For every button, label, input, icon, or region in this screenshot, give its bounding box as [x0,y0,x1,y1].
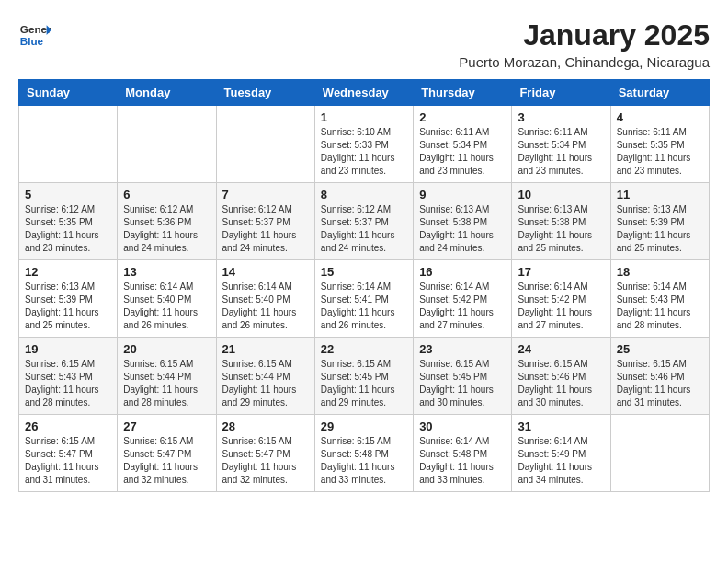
day-number: 17 [518,265,604,279]
day-number: 28 [222,419,309,433]
weekday-header-friday: Friday [512,80,610,106]
day-info: Sunrise: 6:15 AM Sunset: 5:44 PM Dayligh… [222,358,309,409]
day-number: 27 [123,419,210,433]
day-info: Sunrise: 6:15 AM Sunset: 5:45 PM Dayligh… [419,358,506,409]
day-number: 16 [419,265,506,279]
svg-text:Blue: Blue [20,35,44,47]
day-info: Sunrise: 6:14 AM Sunset: 5:42 PM Dayligh… [518,281,604,332]
empty-cell [19,106,118,183]
calendar-day-17: 17Sunrise: 6:14 AM Sunset: 5:42 PM Dayli… [512,260,610,338]
day-number: 4 [617,110,703,124]
weekday-header-thursday: Thursday [414,80,512,106]
day-number: 23 [419,342,506,356]
day-number: 22 [321,342,407,356]
day-info: Sunrise: 6:14 AM Sunset: 5:49 PM Dayligh… [518,435,604,487]
day-number: 26 [25,419,111,433]
day-info: Sunrise: 6:14 AM Sunset: 5:41 PM Dayligh… [321,281,407,332]
day-number: 20 [123,342,210,356]
calendar-day-1: 1Sunrise: 6:10 AM Sunset: 5:33 PM Daylig… [314,106,413,183]
day-info: Sunrise: 6:15 AM Sunset: 5:47 PM Dayligh… [25,435,111,487]
day-number: 9 [419,188,506,201]
day-info: Sunrise: 6:10 AM Sunset: 5:33 PM Dayligh… [321,126,407,178]
day-number: 14 [222,265,309,279]
calendar-day-15: 15Sunrise: 6:14 AM Sunset: 5:41 PM Dayli… [314,260,413,338]
logo-icon: General Blue [18,18,51,52]
weekday-header-monday: Monday [118,80,216,106]
day-info: Sunrise: 6:12 AM Sunset: 5:35 PM Dayligh… [25,203,111,255]
calendar-day-4: 4Sunrise: 6:11 AM Sunset: 5:35 PM Daylig… [610,106,709,183]
location-title: Puerto Morazan, Chinandega, Nicaragua [459,54,710,70]
day-info: Sunrise: 6:12 AM Sunset: 5:37 PM Dayligh… [321,203,407,255]
calendar-day-26: 26Sunrise: 6:15 AM Sunset: 5:47 PM Dayli… [19,415,118,492]
calendar-day-18: 18Sunrise: 6:14 AM Sunset: 5:43 PM Dayli… [610,260,709,338]
logo: General Blue [18,18,51,52]
day-info: Sunrise: 6:13 AM Sunset: 5:38 PM Dayligh… [518,203,604,255]
calendar-day-20: 20Sunrise: 6:15 AM Sunset: 5:44 PM Dayli… [118,338,216,415]
day-number: 5 [25,188,111,201]
day-number: 8 [321,188,407,201]
day-number: 6 [123,188,210,201]
calendar-day-25: 25Sunrise: 6:15 AM Sunset: 5:46 PM Dayli… [610,338,709,415]
calendar-table: SundayMondayTuesdayWednesdayThursdayFrid… [18,79,710,492]
calendar-day-19: 19Sunrise: 6:15 AM Sunset: 5:43 PM Dayli… [19,338,118,415]
calendar-day-5: 5Sunrise: 6:12 AM Sunset: 5:35 PM Daylig… [19,183,118,260]
day-number: 29 [321,419,407,433]
day-number: 18 [617,265,703,279]
calendar-day-11: 11Sunrise: 6:13 AM Sunset: 5:39 PM Dayli… [610,183,709,260]
calendar-day-16: 16Sunrise: 6:14 AM Sunset: 5:42 PM Dayli… [414,260,512,338]
calendar-day-13: 13Sunrise: 6:14 AM Sunset: 5:40 PM Dayli… [118,260,216,338]
empty-cell [216,106,314,183]
day-info: Sunrise: 6:15 AM Sunset: 5:48 PM Dayligh… [321,435,407,487]
day-info: Sunrise: 6:12 AM Sunset: 5:37 PM Dayligh… [222,203,309,255]
day-info: Sunrise: 6:15 AM Sunset: 5:43 PM Dayligh… [25,358,111,409]
day-info: Sunrise: 6:14 AM Sunset: 5:42 PM Dayligh… [419,281,506,332]
calendar-day-6: 6Sunrise: 6:12 AM Sunset: 5:36 PM Daylig… [118,183,216,260]
calendar-day-14: 14Sunrise: 6:14 AM Sunset: 5:40 PM Dayli… [216,260,314,338]
calendar-day-28: 28Sunrise: 6:15 AM Sunset: 5:47 PM Dayli… [216,415,314,492]
day-info: Sunrise: 6:14 AM Sunset: 5:48 PM Dayligh… [419,435,506,487]
day-info: Sunrise: 6:14 AM Sunset: 5:40 PM Dayligh… [222,281,309,332]
day-number: 25 [617,342,703,356]
day-info: Sunrise: 6:13 AM Sunset: 5:38 PM Dayligh… [419,203,506,255]
month-title: January 2025 [459,18,710,52]
day-number: 13 [123,265,210,279]
day-number: 30 [419,419,506,433]
day-info: Sunrise: 6:11 AM Sunset: 5:34 PM Dayligh… [419,126,506,178]
day-number: 31 [518,419,604,433]
day-info: Sunrise: 6:12 AM Sunset: 5:36 PM Dayligh… [123,203,210,255]
day-number: 3 [518,110,604,124]
day-info: Sunrise: 6:15 AM Sunset: 5:47 PM Dayligh… [123,435,210,487]
title-block: January 2025 Puerto Morazan, Chinandega,… [459,18,710,70]
empty-cell [610,415,709,492]
calendar-week-row: 26Sunrise: 6:15 AM Sunset: 5:47 PM Dayli… [19,415,710,492]
calendar-day-24: 24Sunrise: 6:15 AM Sunset: 5:46 PM Dayli… [512,338,610,415]
day-number: 12 [25,265,111,279]
day-info: Sunrise: 6:15 AM Sunset: 5:47 PM Dayligh… [222,435,309,487]
weekday-header-saturday: Saturday [610,80,709,106]
day-number: 7 [222,188,309,201]
weekday-header-tuesday: Tuesday [216,80,314,106]
day-number: 10 [518,188,604,201]
empty-cell [118,106,216,183]
day-info: Sunrise: 6:15 AM Sunset: 5:46 PM Dayligh… [518,358,604,409]
day-number: 21 [222,342,309,356]
day-info: Sunrise: 6:11 AM Sunset: 5:34 PM Dayligh… [518,126,604,178]
calendar-day-7: 7Sunrise: 6:12 AM Sunset: 5:37 PM Daylig… [216,183,314,260]
day-number: 1 [321,110,407,124]
calendar-day-30: 30Sunrise: 6:14 AM Sunset: 5:48 PM Dayli… [414,415,512,492]
calendar-week-row: 5Sunrise: 6:12 AM Sunset: 5:35 PM Daylig… [19,183,710,260]
day-number: 15 [321,265,407,279]
calendar-week-row: 1Sunrise: 6:10 AM Sunset: 5:33 PM Daylig… [19,106,710,183]
day-number: 2 [419,110,506,124]
calendar-week-row: 12Sunrise: 6:13 AM Sunset: 5:39 PM Dayli… [19,260,710,338]
calendar-day-21: 21Sunrise: 6:15 AM Sunset: 5:44 PM Dayli… [216,338,314,415]
calendar-day-10: 10Sunrise: 6:13 AM Sunset: 5:38 PM Dayli… [512,183,610,260]
day-info: Sunrise: 6:14 AM Sunset: 5:43 PM Dayligh… [617,281,703,332]
day-info: Sunrise: 6:11 AM Sunset: 5:35 PM Dayligh… [617,126,703,178]
calendar-day-9: 9Sunrise: 6:13 AM Sunset: 5:38 PM Daylig… [414,183,512,260]
day-info: Sunrise: 6:15 AM Sunset: 5:44 PM Dayligh… [123,358,210,409]
calendar-day-23: 23Sunrise: 6:15 AM Sunset: 5:45 PM Dayli… [414,338,512,415]
calendar-day-2: 2Sunrise: 6:11 AM Sunset: 5:34 PM Daylig… [414,106,512,183]
day-number: 24 [518,342,604,356]
calendar-day-29: 29Sunrise: 6:15 AM Sunset: 5:48 PM Dayli… [314,415,413,492]
